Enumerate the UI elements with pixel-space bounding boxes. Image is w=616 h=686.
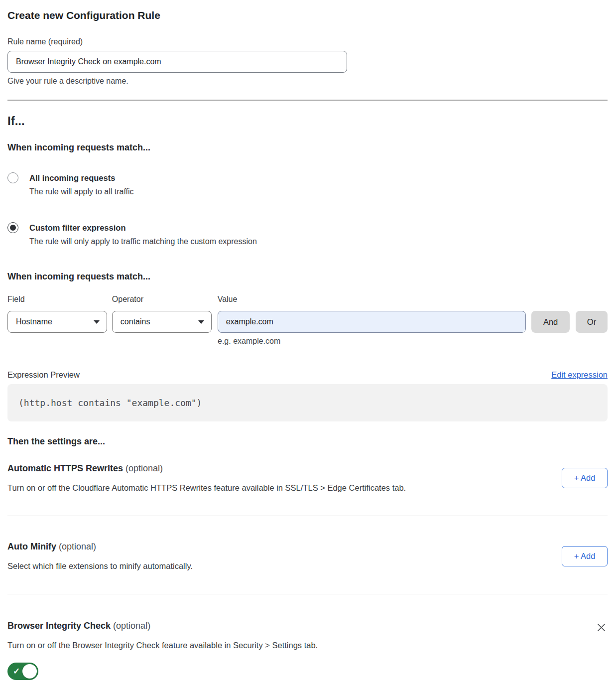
field-select[interactable]: Hostname: [7, 311, 107, 333]
operator-column: Operator contains: [112, 294, 212, 333]
setting-auto-minify: Auto Minify (optional) Select which file…: [7, 516, 608, 594]
edit-expression-link[interactable]: Edit expression: [551, 370, 608, 380]
chevron-down-icon: [198, 320, 204, 324]
field-column: Field Hostname: [7, 294, 107, 333]
setting-title-row: Browser Integrity Check (optional): [7, 620, 595, 632]
setting-title: Auto Minify: [7, 542, 56, 551]
setting-texts: Automatic HTTPS Rewrites (optional) Turn…: [7, 463, 562, 493]
radio-description: The rule will apply to all traffic: [29, 186, 134, 197]
expression-preview-label: Expression Preview: [7, 369, 80, 380]
value-input[interactable]: [218, 311, 526, 333]
toggle-knob[interactable]: [22, 664, 37, 679]
setting-title-row: Auto Minify (optional): [7, 541, 562, 552]
setting-title: Browser Integrity Check: [7, 621, 111, 631]
expression-preview-header: Expression Preview Edit expression: [7, 369, 608, 380]
expression-preview-code: (http.host contains "example.com"): [7, 384, 608, 421]
value-helper: e.g. example.com: [218, 336, 608, 346]
create-configuration-rule-page: Create new Configuration Rule Rule name …: [0, 0, 616, 682]
match-subheading: When incoming requests match...: [7, 142, 608, 153]
radio-label: Custom filter expression: [29, 222, 257, 233]
close-icon: [596, 622, 607, 633]
if-heading: If...: [7, 114, 608, 129]
browser-integrity-check-toggle[interactable]: ✓: [7, 663, 38, 680]
chevron-down-icon: [94, 320, 100, 324]
expression-builder-row: Field Hostname Operator contains Value A…: [7, 294, 608, 333]
setting-title: Automatic HTTPS Rewrites: [7, 463, 123, 473]
radio-texts: All incoming requests The rule will appl…: [29, 172, 134, 197]
or-button[interactable]: Or: [576, 311, 608, 333]
setting-optional-tag: (optional): [59, 542, 96, 551]
setting-browser-integrity-check: Browser Integrity Check (optional) Turn …: [7, 594, 608, 682]
rule-name-group: Rule name (required) Give your rule a de…: [7, 37, 608, 86]
radio-description: The rule will only apply to traffic matc…: [29, 236, 257, 247]
radio-option-all-incoming[interactable]: All incoming requests The rule will appl…: [7, 172, 608, 197]
setting-texts: Browser Integrity Check (optional) Turn …: [7, 620, 595, 682]
radio-label: All incoming requests: [29, 172, 134, 183]
radio-option-custom-filter[interactable]: Custom filter expression The rule will o…: [7, 222, 608, 247]
value-column: Value: [218, 294, 526, 333]
add-auto-minify-button[interactable]: + Add: [562, 546, 608, 566]
value-label: Value: [218, 294, 526, 304]
setting-description: Select which file extensions to minify a…: [7, 561, 562, 571]
radio-unselected-icon[interactable]: [7, 172, 18, 183]
add-https-rewrites-button[interactable]: + Add: [562, 468, 608, 488]
radio-texts: Custom filter expression The rule will o…: [29, 222, 257, 247]
radio-selected-icon[interactable]: [7, 222, 18, 233]
field-label: Field: [7, 294, 107, 304]
operator-select-value: contains: [121, 317, 150, 326]
rule-name-helper: Give your rule a descriptive name.: [7, 76, 608, 86]
remove-setting-button[interactable]: [595, 621, 608, 634]
setting-description: Turn on or off the Cloudflare Automatic …: [7, 483, 562, 493]
setting-automatic-https-rewrites: Automatic HTTPS Rewrites (optional) Turn…: [7, 463, 608, 516]
rule-name-label: Rule name (required): [7, 37, 83, 46]
builder-heading: When incoming requests match...: [7, 271, 608, 282]
setting-title-row: Automatic HTTPS Rewrites (optional): [7, 463, 562, 474]
operator-label: Operator: [112, 294, 212, 304]
operator-select[interactable]: contains: [112, 311, 212, 333]
then-heading: Then the settings are...: [7, 436, 608, 447]
rule-name-input[interactable]: [7, 51, 347, 73]
setting-optional-tag: (optional): [125, 463, 163, 473]
setting-description: Turn on or off the Browser Integrity Che…: [7, 640, 595, 651]
section-divider: [7, 100, 608, 101]
check-icon: ✓: [13, 667, 20, 676]
setting-texts: Auto Minify (optional) Select which file…: [7, 541, 562, 571]
field-select-value: Hostname: [16, 317, 52, 326]
page-title: Create new Configuration Rule: [7, 9, 608, 22]
and-button[interactable]: And: [531, 311, 570, 333]
setting-optional-tag: (optional): [113, 621, 150, 631]
